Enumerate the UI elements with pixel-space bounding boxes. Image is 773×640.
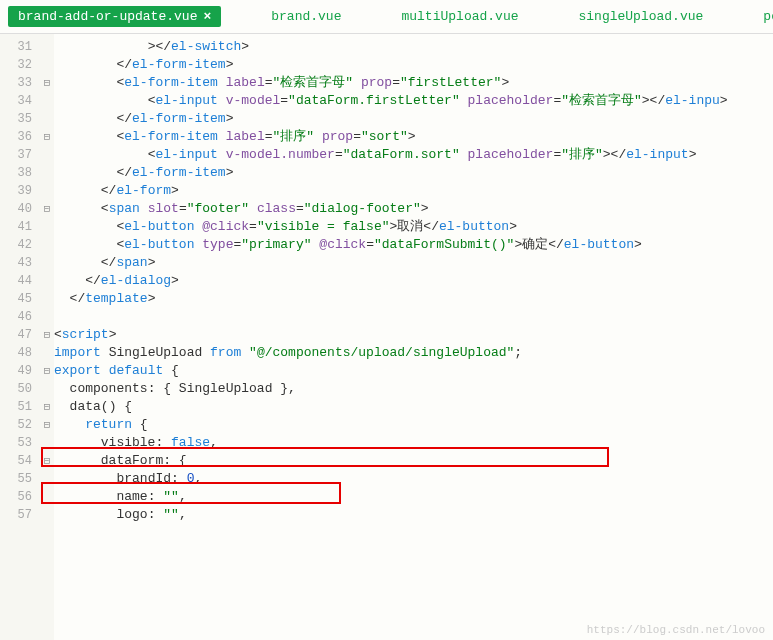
tab-item[interactable]: policy.js [753,6,773,27]
tab-label: multiUpload.vue [401,9,518,24]
watermark: https://blog.csdn.net/lovoo [587,624,765,636]
code-area[interactable]: ></el-switch> </el-form-item> <el-form-i… [54,34,773,640]
tab-label: brand-add-or-update.vue [18,9,197,24]
line-number-gutter: 3132333435363738394041424344454647484950… [0,34,40,640]
code-editor[interactable]: 3132333435363738394041424344454647484950… [0,34,773,640]
tab-active[interactable]: brand-add-or-update.vue × [8,6,221,27]
tab-bar: brand-add-or-update.vue × brand.vue mult… [0,0,773,34]
close-icon[interactable]: × [203,9,211,24]
tab-label: singleUpload.vue [579,9,704,24]
tab-label: policy.js [763,9,773,24]
fold-column: ⊟⊟⊟⊟⊟⊟⊟⊟ [40,34,54,640]
tab-item[interactable]: singleUpload.vue [569,6,714,27]
tab-item[interactable]: multiUpload.vue [391,6,528,27]
tab-item[interactable]: brand.vue [261,6,351,27]
tab-label: brand.vue [271,9,341,24]
